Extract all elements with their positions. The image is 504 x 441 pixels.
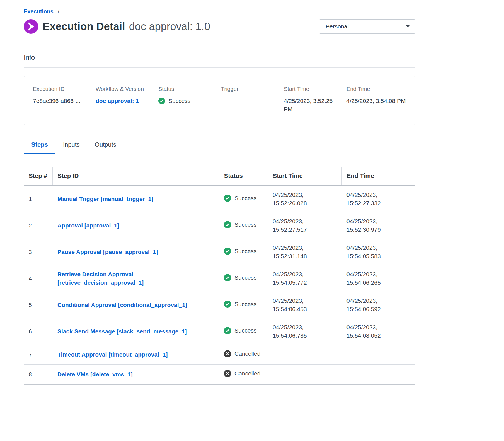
step-end-time: 04/25/2023, 15:52:27.332 bbox=[346, 191, 398, 207]
step-end-cell: 04/25/2023, 15:54:06.265 bbox=[341, 265, 415, 292]
info-field-label: Start Time bbox=[284, 86, 340, 92]
step-end-cell: 04/25/2023, 15:54:06.592 bbox=[341, 292, 415, 318]
col-header-end-time: End Time bbox=[341, 167, 415, 186]
step-status: Cancelled bbox=[224, 350, 260, 358]
step-id-link[interactable]: Timeout Approval [timeout_approval_1] bbox=[57, 351, 168, 358]
step-start-cell: 04/25/2023, 15:54:06.453 bbox=[268, 292, 341, 318]
step-status-cell: Cancelled bbox=[219, 365, 268, 385]
info-field-label: End Time bbox=[346, 86, 406, 92]
steps-table-body: 1 Manual Trigger [manual_trigger_1] Succ… bbox=[24, 186, 415, 385]
steps-table-header: Step # Step ID Status Start Time End Tim… bbox=[24, 167, 415, 186]
cancelled-icon bbox=[224, 370, 231, 377]
step-status-cell: Success bbox=[219, 318, 268, 345]
page-subtitle: doc approval: 1.0 bbox=[129, 21, 210, 33]
scope-select[interactable]: Personal bbox=[319, 19, 415, 34]
execution-status: Success bbox=[158, 97, 190, 105]
info-field-start-time: Start Time 4/25/2023, 3:52:25 PM bbox=[284, 86, 346, 113]
step-id-cell: Timeout Approval [timeout_approval_1] bbox=[52, 345, 219, 365]
success-icon bbox=[224, 327, 231, 334]
step-id-cell: Pause Approval [pause_approval_1] bbox=[52, 239, 219, 265]
step-status-cell: Success bbox=[219, 292, 268, 318]
step-start-time: 04/25/2023, 15:54:05.772 bbox=[273, 270, 324, 287]
breadcrumb-separator: / bbox=[58, 8, 59, 14]
step-end-cell: 04/25/2023, 15:54:05.583 bbox=[341, 239, 415, 265]
step-start-cell: 04/25/2023, 15:52:27.517 bbox=[268, 212, 341, 239]
step-id-cell: Manual Trigger [manual_trigger_1] bbox=[52, 186, 219, 212]
step-status-cell: Cancelled bbox=[219, 345, 268, 365]
step-start-cell: 04/25/2023, 15:54:05.772 bbox=[268, 265, 341, 292]
page-title: Execution Detail bbox=[43, 21, 125, 33]
table-row: 5 Conditional Approval [conditional_appr… bbox=[24, 292, 415, 318]
step-start-cell: 04/25/2023, 15:54:06.785 bbox=[268, 318, 341, 345]
info-field-end-time: End Time 4/25/2023, 3:54:08 PM bbox=[346, 86, 412, 113]
table-row: 6 Slack Send Message [slack_send_message… bbox=[24, 318, 415, 345]
info-field-status: Status Success bbox=[158, 86, 221, 113]
start-time-value: 4/25/2023, 3:52:25 PM bbox=[284, 97, 340, 113]
step-end-time: 04/25/2023, 15:54:06.265 bbox=[346, 270, 398, 287]
tab-steps[interactable]: Steps bbox=[24, 138, 55, 154]
step-id-link[interactable]: Retrieve Decision Approval [retrieve_dec… bbox=[57, 271, 144, 286]
tab-outputs[interactable]: Outputs bbox=[87, 138, 124, 154]
step-id-cell: Conditional Approval [conditional_approv… bbox=[52, 292, 219, 318]
step-status-label: Success bbox=[234, 326, 256, 335]
table-row: 7 Timeout Approval [timeout_approval_1] … bbox=[24, 345, 415, 365]
end-time-value: 4/25/2023, 3:54:08 PM bbox=[346, 97, 406, 105]
step-id-link[interactable]: Approval [approval_1] bbox=[57, 222, 119, 229]
info-field-label: Execution ID bbox=[33, 86, 89, 92]
step-start-cell bbox=[268, 365, 341, 385]
step-end-time: 04/25/2023, 15:52:30.979 bbox=[346, 217, 398, 234]
cancelled-icon bbox=[224, 350, 231, 357]
step-id-cell: Delete VMs [delete_vms_1] bbox=[52, 365, 219, 385]
step-end-cell: 04/25/2023, 15:52:30.979 bbox=[341, 212, 415, 239]
step-end-time: 04/25/2023, 15:54:05.583 bbox=[346, 244, 398, 260]
step-start-time: 04/25/2023, 15:54:06.453 bbox=[273, 297, 324, 313]
step-id-link[interactable]: Pause Approval [pause_approval_1] bbox=[57, 249, 158, 255]
step-status: Success bbox=[224, 247, 256, 255]
step-id-link[interactable]: Conditional Approval [conditional_approv… bbox=[57, 302, 187, 308]
step-status: Success bbox=[224, 326, 256, 335]
col-header-step-id: Step ID bbox=[52, 167, 219, 186]
workflow-logo-icon bbox=[24, 19, 38, 34]
step-status-label: Cancelled bbox=[234, 369, 260, 378]
step-end-time: 04/25/2023, 15:54:08.052 bbox=[346, 323, 398, 340]
step-status-cell: Success bbox=[219, 265, 268, 292]
table-row: 1 Manual Trigger [manual_trigger_1] Succ… bbox=[24, 186, 415, 212]
step-end-cell: 04/25/2023, 15:54:08.052 bbox=[341, 318, 415, 345]
step-id-link[interactable]: Delete VMs [delete_vms_1] bbox=[57, 371, 133, 377]
success-icon bbox=[224, 221, 231, 228]
step-start-cell bbox=[268, 345, 341, 365]
table-row: 2 Approval [approval_1] Success 04/25/20… bbox=[24, 212, 415, 239]
step-status-label: Success bbox=[234, 247, 256, 255]
step-status-label: Success bbox=[234, 300, 256, 308]
step-number: 3 bbox=[24, 239, 52, 265]
info-field-execution-id: Execution ID 7e8ac396-a868-... bbox=[33, 86, 96, 113]
success-icon bbox=[224, 248, 231, 255]
title-row: Execution Detail doc approval: 1.0 Perso… bbox=[24, 19, 415, 41]
step-number: 5 bbox=[24, 292, 52, 318]
info-section-title: Info bbox=[24, 54, 415, 68]
step-id-cell: Slack Send Message [slack_send_message_1… bbox=[52, 318, 219, 345]
info-field-workflow-version: Workflow & Version doc approval: 1 bbox=[96, 86, 158, 113]
step-start-cell: 04/25/2023, 15:52:26.028 bbox=[268, 186, 341, 212]
breadcrumb: Executions / bbox=[24, 8, 415, 15]
info-field-trigger: Trigger bbox=[221, 86, 284, 113]
step-status-cell: Success bbox=[219, 186, 268, 212]
breadcrumb-executions-link[interactable]: Executions bbox=[24, 8, 54, 14]
step-status-label: Cancelled bbox=[234, 350, 260, 358]
workflow-version-link[interactable]: doc approval: 1 bbox=[96, 98, 139, 104]
table-row: 4 Retrieve Decision Approval [retrieve_d… bbox=[24, 265, 415, 292]
info-field-label: Workflow & Version bbox=[96, 86, 152, 92]
step-end-cell bbox=[341, 365, 415, 385]
step-start-time: 04/25/2023, 15:52:27.517 bbox=[273, 217, 324, 234]
step-id-link[interactable]: Slack Send Message [slack_send_message_1… bbox=[57, 328, 187, 335]
step-id-link[interactable]: Manual Trigger [manual_trigger_1] bbox=[57, 196, 153, 202]
tab-inputs[interactable]: Inputs bbox=[55, 138, 87, 154]
tabs: Steps Inputs Outputs bbox=[24, 138, 415, 154]
step-end-cell: 04/25/2023, 15:52:27.332 bbox=[341, 186, 415, 212]
info-field-label: Status bbox=[158, 86, 215, 92]
step-id-cell: Retrieve Decision Approval [retrieve_dec… bbox=[52, 265, 219, 292]
step-start-time: 04/25/2023, 15:54:06.785 bbox=[273, 323, 324, 340]
success-icon bbox=[158, 98, 165, 104]
step-status-label: Success bbox=[234, 194, 256, 202]
info-field-label: Trigger bbox=[221, 86, 278, 92]
